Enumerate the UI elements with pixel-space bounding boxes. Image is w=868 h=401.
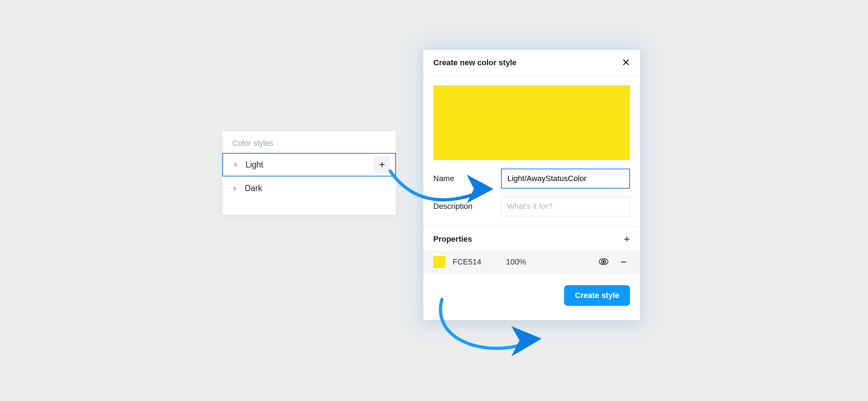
plus-icon: + (379, 159, 385, 171)
remove-property-button[interactable]: − (617, 256, 630, 268)
add-property-button[interactable]: + (624, 234, 630, 245)
color-style-row-dark[interactable]: Dark (222, 176, 396, 200)
color-styles-header: Color styles (222, 131, 396, 153)
eye-icon (599, 258, 608, 265)
dialog-title: Create new color style (433, 58, 622, 67)
property-row[interactable]: FCE514 100% − (423, 250, 640, 274)
dialog-fields: Name Description (423, 160, 640, 227)
color-style-label: Dark (245, 184, 391, 193)
color-style-label: Light (246, 160, 374, 170)
property-opacity[interactable]: 100% (506, 257, 597, 267)
properties-section: Properties + FCE514 100% − (423, 227, 640, 274)
property-swatch[interactable] (433, 256, 445, 268)
svg-point-0 (603, 261, 605, 263)
color-preview-wrap (423, 76, 640, 160)
close-icon: ✕ (622, 57, 630, 68)
chevron-right-icon (234, 186, 237, 191)
description-field-label: Description (433, 202, 501, 211)
add-color-style-button[interactable]: + (374, 156, 390, 173)
close-button[interactable]: ✕ (622, 58, 630, 68)
visibility-toggle[interactable] (597, 257, 610, 267)
name-field-row: Name (433, 169, 630, 189)
color-preview-swatch[interactable] (433, 85, 630, 160)
minus-icon: − (620, 256, 627, 268)
property-hex[interactable]: FCE514 (453, 257, 506, 267)
description-input[interactable] (501, 196, 630, 216)
create-color-style-dialog: Create new color style ✕ Name Descriptio… (423, 50, 640, 320)
dialog-footer: Create style (423, 274, 640, 320)
description-field-row: Description (433, 196, 630, 216)
svg-marker-2 (511, 326, 542, 356)
name-input[interactable] (501, 169, 630, 189)
dialog-header: Create new color style ✕ (423, 50, 640, 76)
name-field-label: Name (433, 174, 501, 183)
color-style-row-light[interactable]: Light + (222, 153, 396, 176)
plus-icon: + (624, 233, 630, 245)
color-styles-panel: Color styles Light + Dark (222, 131, 396, 215)
properties-header-label: Properties (433, 235, 624, 244)
chevron-right-icon (234, 162, 238, 167)
properties-header: Properties + (433, 234, 630, 250)
create-style-button[interactable]: Create style (564, 285, 630, 306)
